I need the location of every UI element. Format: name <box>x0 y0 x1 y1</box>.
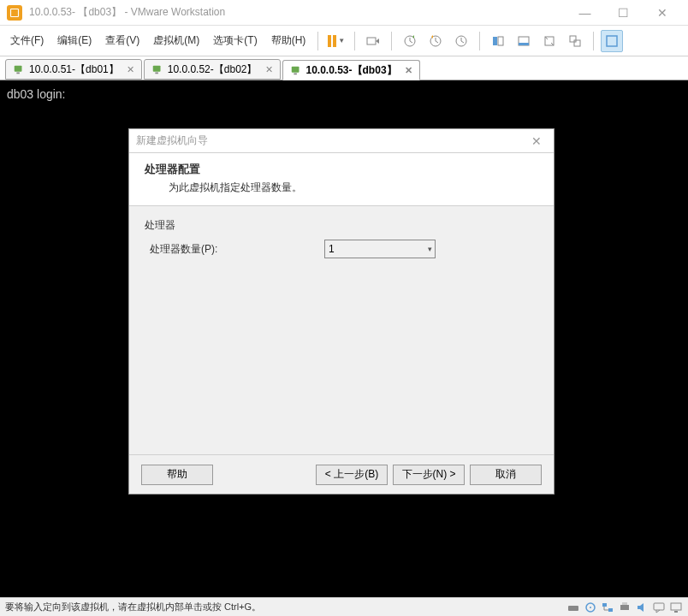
dialog-header: 处理器配置 为此虚拟机指定处理器数量。 <box>129 153 554 206</box>
snapshot-take-button[interactable] <box>399 30 421 52</box>
tab-db02[interactable]: 10.0.0.52-【db02】 ✕ <box>144 59 281 80</box>
svg-rect-11 <box>574 40 580 46</box>
menu-vm[interactable]: 虚拟机(M) <box>148 30 205 51</box>
dialog-body: 处理器 处理器数量(P): ▾ <box>129 206 554 454</box>
svg-rect-25 <box>620 605 629 610</box>
vm-icon <box>151 63 163 75</box>
statusbar: 要将输入定向到该虚拟机，请在虚拟机内部单击或按 Ctrl+G。 <box>0 597 688 616</box>
snapshot-manager-button[interactable] <box>450 30 472 52</box>
tab-db01[interactable]: 10.0.0.51-【db01】 ✕ <box>5 59 142 80</box>
vm-icon <box>290 64 302 76</box>
unity-button[interactable] <box>564 30 586 52</box>
separator <box>391 32 392 50</box>
svg-rect-20 <box>568 606 578 611</box>
stretch-button[interactable] <box>538 30 560 52</box>
back-button[interactable]: < 上一步(B) <box>316 465 388 485</box>
sound-icon[interactable] <box>635 601 649 614</box>
svg-rect-6 <box>498 37 503 45</box>
cpu-count-select[interactable] <box>324 240 436 258</box>
snapshot-revert-button[interactable] <box>424 30 447 52</box>
separator <box>354 32 355 50</box>
cpu-count-row: 处理器数量(P): ▾ <box>145 240 538 258</box>
dialog-heading: 处理器配置 <box>145 162 538 177</box>
svg-rect-18 <box>291 67 299 73</box>
window-titlebar: 10.0.0.53- 【db03】 - VMware Workstation —… <box>0 0 688 26</box>
svg-point-22 <box>590 607 591 608</box>
svg-rect-23 <box>602 603 607 607</box>
new-vm-wizard-dialog: 新建虚拟机向导 ✕ 处理器配置 为此虚拟机指定处理器数量。 处理器 处理器数量(… <box>128 128 555 495</box>
menu-edit[interactable]: 编辑(E) <box>52 30 97 51</box>
maximize-button[interactable]: ☐ <box>604 1 643 25</box>
printer-icon[interactable] <box>618 601 632 614</box>
minimize-button[interactable]: — <box>566 1 604 25</box>
svg-rect-24 <box>608 608 613 612</box>
tab-label: 10.0.0.53-【db03】 <box>306 63 397 78</box>
separator <box>317 32 318 50</box>
close-button[interactable]: ✕ <box>643 1 681 25</box>
svg-rect-19 <box>294 74 297 75</box>
menu-help[interactable]: 帮助(H) <box>266 30 311 51</box>
menu-view[interactable]: 查看(V) <box>100 30 145 51</box>
window-title: 10.0.0.53- 【db03】 - VMware Workstation <box>29 5 566 20</box>
dialog-footer: 帮助 < 上一步(B) 下一步(N) > 取消 <box>129 454 554 494</box>
next-button[interactable]: 下一步(N) > <box>393 465 465 485</box>
svg-rect-10 <box>570 36 576 42</box>
show-console-button[interactable] <box>487 30 509 52</box>
tab-label: 10.0.0.52-【db02】 <box>168 62 258 77</box>
menu-tabs[interactable]: 选项卡(T) <box>208 30 262 51</box>
cpu-count-label: 处理器数量(P): <box>145 242 316 257</box>
status-text: 要将输入定向到该虚拟机，请在虚拟机内部单击或按 Ctrl+G。 <box>5 601 261 613</box>
status-icons <box>566 601 683 614</box>
tab-db03[interactable]: 10.0.0.53-【db03】 ✕ <box>282 60 420 80</box>
dialog-subheading: 为此虚拟机指定处理器数量。 <box>169 181 538 195</box>
svg-rect-0 <box>11 9 19 16</box>
dialog-close-button[interactable]: ✕ <box>526 133 547 150</box>
dialog-titlebar: 新建虚拟机向导 ✕ <box>129 129 554 153</box>
svg-rect-5 <box>493 37 497 45</box>
separator <box>593 32 594 50</box>
svg-rect-16 <box>153 66 161 72</box>
svg-rect-13 <box>608 38 615 44</box>
dialog-title: 新建虚拟机向导 <box>136 133 526 148</box>
app-icon <box>7 5 22 21</box>
separator <box>479 32 480 50</box>
tab-label: 10.0.0.51-【db01】 <box>29 62 119 77</box>
cancel-button[interactable]: 取消 <box>470 465 542 485</box>
network-icon[interactable] <box>601 601 614 614</box>
fullscreen-button[interactable] <box>601 30 623 52</box>
svg-rect-27 <box>654 603 664 610</box>
svg-rect-15 <box>16 73 20 74</box>
menu-file[interactable]: 文件(F) <box>5 30 49 51</box>
tab-close-icon[interactable]: ✕ <box>127 64 134 75</box>
tab-close-icon[interactable]: ✕ <box>405 65 412 76</box>
svg-rect-17 <box>155 73 158 74</box>
message-icon[interactable] <box>652 601 666 614</box>
svg-rect-8 <box>519 43 529 45</box>
thumbnail-button[interactable] <box>513 30 535 52</box>
send-ctrl-alt-del-button[interactable] <box>362 30 384 52</box>
svg-rect-14 <box>15 66 22 72</box>
disk-icon[interactable] <box>566 601 580 614</box>
svg-rect-28 <box>671 603 681 610</box>
svg-rect-26 <box>622 602 627 605</box>
menubar: 文件(F) 编辑(E) 查看(V) 虚拟机(M) 选项卡(T) 帮助(H) ▼ <box>0 26 688 56</box>
console-line: db03 login: <box>7 87 681 101</box>
tabbar: 10.0.0.51-【db01】 ✕ 10.0.0.52-【db02】 ✕ 10… <box>0 56 688 80</box>
vm-icon <box>13 63 25 75</box>
svg-rect-29 <box>674 611 678 613</box>
cdrom-icon[interactable] <box>584 601 597 614</box>
section-label: 处理器 <box>145 218 538 233</box>
help-button[interactable]: 帮助 <box>141 465 213 485</box>
window-controls: — ☐ ✕ <box>566 1 681 25</box>
display-icon[interactable] <box>669 601 683 614</box>
pause-button[interactable]: ▼ <box>325 30 347 52</box>
svg-rect-1 <box>367 38 376 44</box>
tab-close-icon[interactable]: ✕ <box>265 64 273 75</box>
